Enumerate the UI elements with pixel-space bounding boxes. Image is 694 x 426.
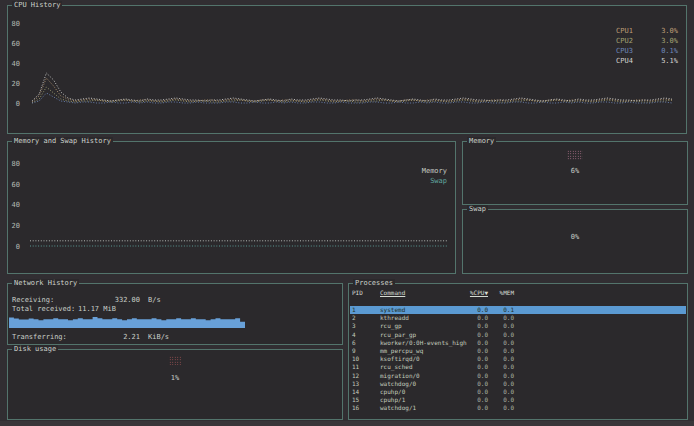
network-receiving-graph	[9, 314, 245, 328]
network-line-label: Receiving:	[12, 296, 54, 304]
process-mem: 0.0	[488, 363, 514, 371]
disk-usage-panel: Disk usage 1%	[7, 349, 343, 420]
process-mem: 0.0	[488, 372, 514, 380]
y-tick-label: 60	[8, 40, 20, 48]
process-cpu: 0.0	[468, 363, 488, 371]
cpu-legend-value: 0.1%	[661, 47, 678, 56]
process-command: watchdog/1	[380, 404, 468, 412]
process-row[interactable]: 3rcu_gp0.00.0	[350, 322, 686, 330]
swap-gauge-value: 0%	[463, 233, 687, 241]
process-row[interactable]: 11rcu_sched0.00.0	[350, 363, 686, 371]
memory-gauge-panel: Memory 6%	[462, 141, 688, 205]
process-mem: 0.0	[488, 347, 514, 355]
process-row[interactable]: 10ksoftirqd/00.00.0	[350, 355, 686, 363]
series-cpu4	[32, 73, 672, 101]
network-line-value: 11.17 MiB	[78, 305, 116, 313]
y-tick-label: 40	[8, 60, 20, 68]
series-cpu2	[32, 87, 672, 103]
process-command: kworker/0:0H-events_high	[380, 339, 468, 347]
process-command: systemd	[380, 306, 468, 314]
process-cpu: 0.0	[468, 372, 488, 380]
process-row[interactable]: 12migration/00.00.0	[350, 372, 686, 380]
y-tick-label: 20	[8, 80, 20, 88]
process-mem: 0.0	[488, 388, 514, 396]
process-cpu: 0.0	[468, 404, 488, 412]
disk-usage-value: 1%	[8, 374, 342, 382]
processes-column-header-pid[interactable]: PID	[352, 289, 380, 297]
process-row[interactable]: 1systemd0.00.1	[350, 306, 686, 314]
cpu-history-panel: CPU History 020406080 CPU13.0%CPU23.0%CP…	[7, 5, 687, 134]
process-mem: 0.0	[488, 380, 514, 388]
process-cpu: 0.0	[468, 380, 488, 388]
process-row[interactable]: 9mm_percpu_wq0.00.0	[350, 347, 686, 355]
network-history-title: Network History	[12, 279, 79, 288]
process-pid: 13	[352, 380, 380, 388]
process-command: cpuhp/1	[380, 396, 468, 404]
process-pid: 10	[352, 355, 380, 363]
y-tick-label: 40	[8, 201, 20, 209]
process-row[interactable]: 15cpuhp/10.00.0	[350, 396, 686, 404]
network-line-unit: KiB/s	[148, 333, 169, 341]
series-cpu3	[32, 93, 672, 103]
process-command: kthreadd	[380, 314, 468, 322]
memory-gauge-pie-icon	[567, 150, 583, 160]
y-tick-label: 60	[8, 181, 20, 189]
network-line-label: Total received:	[12, 305, 75, 313]
process-pid: 16	[352, 404, 380, 412]
disk-usage-title: Disk usage	[12, 345, 58, 354]
process-pid: 2	[352, 314, 380, 322]
process-pid: 4	[352, 331, 380, 339]
swap-gauge-title: Swap	[467, 205, 488, 214]
process-mem: 0.0	[488, 314, 514, 322]
cpu-legend-row-cpu2: CPU23.0%	[616, 37, 678, 46]
process-cpu: 0.0	[468, 314, 488, 322]
process-cpu: 0.0	[468, 306, 488, 314]
process-mem: 0.0	[488, 322, 514, 330]
process-row[interactable]: 4rcu_par_gp0.00.0	[350, 331, 686, 339]
memory-swap-history-chart	[22, 142, 455, 273]
process-mem: 0.1	[488, 306, 514, 314]
cpu-legend-name: CPU2	[616, 37, 633, 46]
process-cpu: 0.0	[468, 322, 488, 330]
processes-table: 1systemd0.00.12kthreadd0.00.03rcu_gp0.00…	[350, 306, 686, 412]
process-row[interactable]: 6kworker/0:0H-events_high0.00.0	[350, 339, 686, 347]
y-tick-label: 80	[8, 20, 20, 28]
memory-swap-history-panel: Memory and Swap History 020406080 Memory…	[7, 141, 456, 274]
process-command: rcu_gp	[380, 322, 468, 330]
processes-column-header-mem[interactable]: %MEM	[488, 289, 514, 297]
process-row[interactable]: 14cpuhp/00.00.0	[350, 388, 686, 396]
network-line-value: 332.00	[86, 296, 140, 304]
window-bottom-edge	[0, 421, 694, 426]
process-command: mm_percpu_wq	[380, 347, 468, 355]
cpu-legend-value: 3.0%	[661, 37, 678, 46]
cpu-legend-name: CPU4	[616, 57, 633, 66]
network-line-unit: B/s	[148, 296, 161, 304]
process-mem: 0.0	[488, 396, 514, 404]
process-mem: 0.0	[488, 331, 514, 339]
process-command: cpuhp/0	[380, 388, 468, 396]
process-row[interactable]: 13watchdog/00.00.0	[350, 380, 686, 388]
cpu-legend-row-cpu4: CPU45.1%	[616, 57, 678, 66]
process-command: migration/0	[380, 372, 468, 380]
process-mem: 0.0	[488, 404, 514, 412]
processes-column-header-command[interactable]: Command	[380, 289, 468, 297]
process-row[interactable]: 16watchdog/10.00.0	[350, 404, 686, 412]
process-command: rcu_par_gp	[380, 331, 468, 339]
processes-column-header-cpu[interactable]: %CPU▼	[468, 289, 488, 297]
process-pid: 3	[352, 322, 380, 330]
memory-swap-history-title: Memory and Swap History	[12, 137, 113, 146]
disk-usage-pie-icon	[169, 356, 181, 365]
memswap-legend-memory: Memory	[422, 167, 447, 176]
memory-gauge-value: 6%	[463, 167, 687, 175]
process-command: watchdog/0	[380, 380, 468, 388]
process-cpu: 0.0	[468, 388, 488, 396]
y-tick-label: 0	[8, 100, 20, 108]
cpu-legend-value: 5.1%	[661, 57, 678, 66]
memswap-legend-swap: Swap	[430, 177, 447, 186]
y-tick-label: 20	[8, 222, 20, 230]
process-row[interactable]: 2kthreadd0.00.0	[350, 314, 686, 322]
process-pid: 12	[352, 372, 380, 380]
process-pid: 14	[352, 388, 380, 396]
network-area-fill	[9, 317, 245, 328]
process-cpu: 0.0	[468, 331, 488, 339]
